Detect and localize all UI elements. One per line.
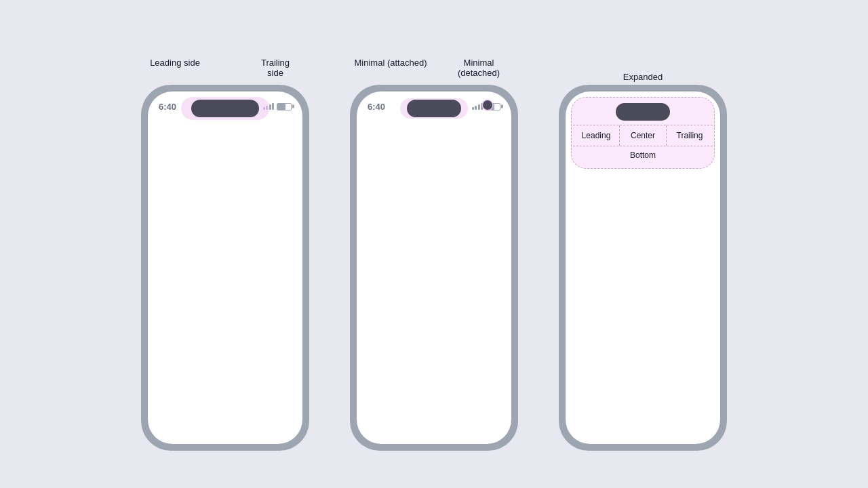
phone2-screen: 6:40 <box>357 92 511 444</box>
phone2-time: 6:40 <box>368 102 385 112</box>
expanded-trailing-section: Trailing <box>667 125 713 146</box>
phone1-time: 6:40 <box>159 102 176 112</box>
minimal-detached-label: Minimal (detached) <box>458 58 500 78</box>
expanded-sections: Leading Center Trailing <box>573 125 713 146</box>
expanded-leading-section: Leading <box>573 125 620 146</box>
minimal-attached-label: Minimal (attached) <box>355 58 427 68</box>
phone1-frame: 6:40 <box>141 85 309 451</box>
phone1-island-pill <box>191 100 259 117</box>
expanded-title-label: Expanded <box>623 72 663 82</box>
phone-1-wrapper: Leading side Trailing side 6:40 <box>141 58 309 451</box>
expanded-wrapper: Expanded Leading Center Trailing <box>559 58 727 451</box>
expanded-top-row <box>572 102 714 122</box>
phone2-frame: 6:40 <box>350 85 518 451</box>
trailing-side-label: Trailing side <box>258 58 292 78</box>
phone1-labels: Leading side Trailing side <box>141 58 309 82</box>
expanded-bottom-section: Bottom <box>573 146 713 164</box>
phone2-island-pill <box>407 100 461 117</box>
phone1-screen: 6:40 <box>148 92 302 444</box>
phone2-island-detached <box>483 100 492 110</box>
phone2-labels: Minimal (attached) Minimal (detached) <box>350 58 518 82</box>
battery-icon <box>277 103 292 110</box>
expanded-label-container: Expanded <box>623 58 663 82</box>
scene: Leading side Trailing side 6:40 <box>141 37 727 451</box>
phone-2-wrapper: Minimal (attached) Minimal (detached) 6:… <box>350 58 518 451</box>
expanded-screen: Leading Center Trailing Bottom <box>566 92 720 444</box>
expanded-island-area: Leading Center Trailing Bottom <box>571 97 715 169</box>
phone1-frame-container: 6:40 <box>141 85 309 451</box>
expanded-pill <box>616 103 670 121</box>
expanded-center-section: Center <box>620 125 667 146</box>
phone2-frame-container: 6:40 <box>350 85 518 451</box>
leading-side-label: Leading side <box>150 58 200 68</box>
expanded-frame: Leading Center Trailing Bottom <box>559 85 727 451</box>
